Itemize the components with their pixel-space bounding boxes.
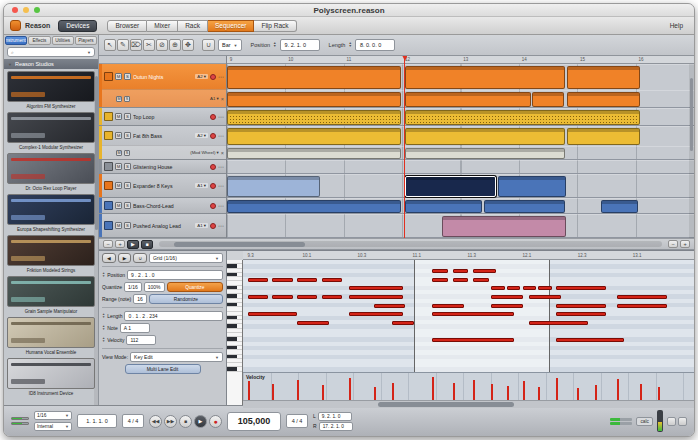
device-list-item[interactable]: Algoritm FM Synthesizer [7, 71, 95, 111]
velocity-bar[interactable] [248, 381, 250, 400]
tempo-display[interactable]: 105,000 [227, 412, 281, 431]
tab-instruments[interactable]: Instruments [5, 36, 27, 45]
insp-velocity-value[interactable]: 112 [126, 335, 156, 345]
midi-note[interactable] [322, 278, 342, 282]
editor-back-icon[interactable]: ◀ [102, 253, 116, 263]
editor-horizontal-scrollbar[interactable] [243, 400, 694, 408]
midi-note[interactable] [297, 278, 317, 282]
clip[interactable] [405, 92, 530, 107]
device-list-item[interactable]: Complex-1 Modular Synthesizer [7, 112, 95, 152]
midi-note[interactable] [453, 278, 469, 282]
tab-utilities[interactable]: Utilities [52, 36, 74, 45]
track-solo-button[interactable]: S [124, 132, 131, 139]
velocity-bar[interactable] [658, 387, 660, 401]
editor-snap-magnet-icon[interactable]: ∪ [133, 253, 147, 263]
velocity-lane[interactable]: Velocity [243, 372, 694, 400]
track-header[interactable]: MSPushed Analog LeadA1 ▾⋯ [99, 214, 226, 238]
track-header[interactable]: MSFat 8th BassA2 ▾⋯MS(Mod Wheel) ▾× [99, 126, 226, 160]
nav-button-flip-rack[interactable]: Flip Rack [254, 20, 296, 32]
clip[interactable] [532, 92, 564, 107]
clip[interactable] [405, 128, 565, 145]
midi-note[interactable] [297, 321, 329, 325]
insp-velocity-stepper[interactable]: ▲▼ [102, 337, 105, 343]
clip[interactable] [567, 128, 640, 145]
grid-toggle-icon[interactable] [678, 417, 687, 426]
arrange-vertical-scrollbar[interactable] [689, 64, 694, 238]
arrange-lane[interactable] [227, 90, 694, 108]
piano-key[interactable] [227, 367, 242, 371]
insp-quantize-pct[interactable]: 100% [144, 282, 165, 292]
clip[interactable] [567, 92, 640, 107]
help-button[interactable]: Help [665, 22, 688, 29]
nav-button-sequencer[interactable]: Sequencer [208, 20, 254, 32]
midi-note[interactable] [432, 304, 464, 308]
clip[interactable] [227, 148, 401, 159]
midi-note[interactable] [556, 286, 606, 290]
editor-ruler[interactable]: 9.310.110.311.111.312.112.313.1 [243, 251, 694, 260]
snap-magnet-icon[interactable]: ∪ [202, 39, 215, 51]
record-arm-icon[interactable] [210, 164, 216, 170]
arrange-lane[interactable] [227, 108, 694, 126]
midi-note[interactable] [507, 286, 521, 290]
nav-button-mixer[interactable]: Mixer [147, 20, 178, 32]
track-mute-button[interactable]: M [115, 132, 122, 139]
velocity-bar[interactable] [617, 379, 619, 400]
midi-note[interactable] [349, 286, 403, 290]
magnify-tool-icon[interactable]: ⊕ [169, 39, 181, 51]
reason-logo-icon[interactable] [10, 20, 21, 31]
velocity-bar[interactable] [640, 384, 642, 400]
midi-note[interactable] [322, 295, 342, 299]
midi-note[interactable] [473, 278, 489, 282]
snap-grid-dropdown[interactable]: Bar▼ [218, 39, 242, 51]
midi-note[interactable] [556, 304, 606, 308]
clip[interactable] [405, 176, 496, 197]
zoom-in-icon[interactable]: + [115, 240, 125, 248]
midi-note[interactable] [617, 295, 667, 299]
lane-mute-button[interactable]: M [116, 150, 122, 156]
midi-note[interactable] [432, 278, 448, 282]
velocity-bar[interactable] [374, 387, 376, 401]
midi-note[interactable] [538, 286, 552, 290]
arrange-lane[interactable] [227, 160, 694, 174]
clip[interactable] [405, 110, 639, 125]
clip[interactable] [227, 128, 401, 145]
arrange-ruler[interactable]: 910111213141516 [227, 56, 694, 64]
track-mute-button[interactable]: M [115, 73, 122, 80]
midi-note[interactable] [248, 278, 268, 282]
lane-solo-button[interactable]: S [124, 150, 130, 156]
mini-stop-button[interactable]: ■ [141, 240, 153, 249]
midi-note[interactable] [523, 286, 537, 290]
track-header[interactable]: MSGlistening House⋯ [99, 160, 226, 174]
midi-note[interactable] [349, 312, 403, 316]
insp-note-value[interactable]: A 1 [120, 323, 150, 333]
fast-forward-button[interactable]: ▶▶ [164, 415, 177, 428]
razor-tool-icon[interactable]: ✂ [143, 39, 155, 51]
mute-tool-icon[interactable]: ⊘ [156, 39, 168, 51]
multi-lane-edit-button[interactable]: Multi Lane Edit [125, 364, 201, 374]
midi-note[interactable] [491, 295, 523, 299]
midi-note[interactable] [432, 269, 448, 273]
track-menu-icon[interactable]: ⋯ [218, 222, 224, 229]
editor-forward-icon[interactable]: ▶ [118, 253, 132, 263]
stop-button[interactable]: ■ [179, 415, 192, 428]
track-solo-button[interactable]: S [124, 222, 131, 229]
track-menu-icon[interactable]: ⋯ [218, 132, 224, 139]
track-solo-button[interactable]: S [124, 163, 131, 170]
note-area[interactable] [243, 260, 694, 372]
arrange-lane[interactable] [227, 64, 694, 90]
velocity-bar[interactable] [507, 386, 509, 400]
insp-position-stepper[interactable]: ▲▼ [102, 272, 105, 278]
eraser-tool-icon[interactable]: ⌦ [130, 39, 142, 51]
device-list-item[interactable]: ID8 Instrument Device [7, 358, 95, 398]
track-mute-button[interactable]: M [115, 182, 122, 189]
midi-note[interactable] [272, 295, 292, 299]
record-arm-icon[interactable] [210, 74, 216, 80]
midi-note[interactable] [272, 278, 292, 282]
midi-note[interactable] [617, 304, 667, 308]
quantize-button[interactable]: Quantize [167, 282, 223, 292]
midi-note[interactable] [248, 312, 298, 316]
velocity-bar[interactable] [349, 378, 351, 400]
zoom-in-right-icon[interactable]: + [680, 240, 690, 248]
view-mode-dropdown[interactable]: Key Edit▼ [130, 352, 223, 362]
clip[interactable] [227, 110, 401, 125]
